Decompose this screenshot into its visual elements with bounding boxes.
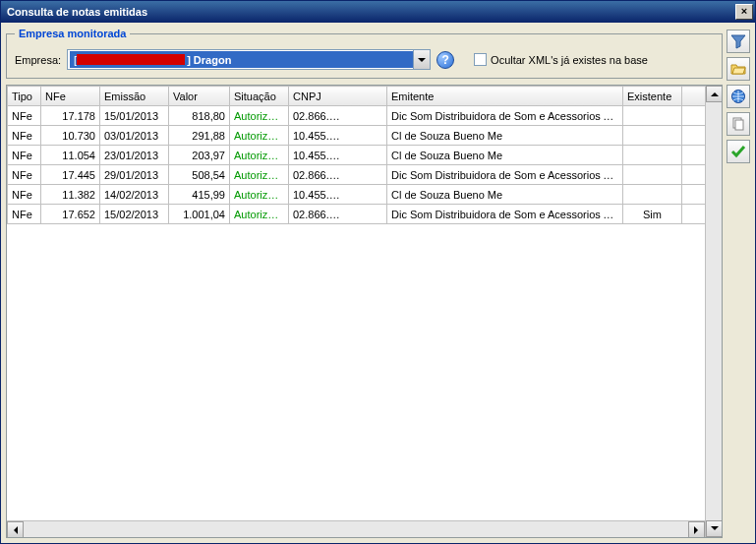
cell-valor: 415,99	[169, 185, 230, 205]
copy-button[interactable]	[727, 112, 750, 136]
cell-emitente: Cl de Souza Bueno Me	[387, 185, 623, 205]
cell-existente	[623, 185, 682, 205]
table-row[interactable]: NFe17.65215/02/20131.001,04Autorizada02.…	[8, 205, 722, 224]
col-tipo[interactable]: Tipo	[8, 87, 41, 106]
redacted-icon	[77, 54, 185, 65]
cell-nfe: 11.054	[41, 146, 100, 165]
checkbox-box-icon	[474, 53, 487, 66]
open-folder-button[interactable]	[727, 57, 750, 81]
col-valor[interactable]: Valor	[169, 87, 230, 106]
window-title: Consulta de notas emitidas	[7, 6, 147, 18]
cell-valor: 291,88	[169, 126, 230, 146]
results-table-container: Tipo NFe Emissão Valor Situação CNPJ Emi…	[6, 85, 723, 538]
cell-valor: 1.001,04	[169, 205, 230, 224]
cell-valor: 203,97	[169, 146, 230, 165]
cell-existente	[623, 126, 682, 146]
cell-emissao: 15/01/2013	[100, 106, 169, 126]
scroll-left-icon[interactable]	[7, 521, 24, 538]
horizontal-scrollbar[interactable]	[7, 520, 705, 537]
cell-situacao: Autorizada	[230, 185, 289, 205]
globe-button[interactable]	[727, 85, 750, 108]
cell-situacao: Autorizada	[230, 146, 289, 165]
cell-tipo: NFe	[8, 126, 41, 146]
cell-cnpj: 10.455.	[289, 185, 387, 205]
cell-emissao: 14/02/2013	[100, 185, 169, 205]
cell-emitente: Cl de Souza Bueno Me	[387, 126, 623, 146]
col-emitente[interactable]: Emitente	[387, 87, 623, 106]
funnel-icon	[730, 33, 746, 49]
cell-cnpj: 02.866.	[289, 165, 387, 185]
scroll-up-icon[interactable]	[706, 86, 723, 102]
cell-nfe: 11.382	[41, 185, 100, 205]
folder-open-icon	[730, 61, 746, 77]
redacted-icon	[329, 113, 386, 121]
copy-icon	[730, 116, 746, 132]
redacted-icon	[329, 133, 386, 141]
scroll-right-icon[interactable]	[688, 521, 705, 538]
cell-emissao: 23/01/2013	[100, 146, 169, 165]
group-legend: Empresa monitorada	[15, 28, 130, 39]
cell-nfe: 17.178	[41, 106, 100, 126]
cell-tipo: NFe	[8, 185, 41, 205]
cell-valor: 818,80	[169, 106, 230, 126]
cell-cnpj: 02.866.	[289, 205, 387, 224]
cell-situacao: Autorizada	[230, 205, 289, 224]
cell-tipo: NFe	[8, 106, 41, 126]
table-row[interactable]: NFe10.73003/01/2013291,88Autorizada10.45…	[8, 126, 722, 146]
cell-tipo: NFe	[8, 146, 41, 165]
redacted-icon	[329, 172, 386, 180]
empresa-label: Empresa:	[15, 54, 61, 66]
titlebar: Consulta de notas emitidas ×	[1, 1, 755, 23]
cell-emitente: Dic Som Distribuidora de Som e Acessorio…	[387, 205, 623, 224]
cell-cnpj: 02.866.	[289, 106, 387, 126]
table-row[interactable]: NFe11.05423/01/2013203,97Autorizada10.45…	[8, 146, 722, 165]
cell-cnpj: 10.455.	[289, 126, 387, 146]
cell-situacao: Autorizada	[230, 106, 289, 126]
cell-nfe: 17.445	[41, 165, 100, 185]
col-situacao[interactable]: Situação	[230, 87, 289, 106]
col-emissao[interactable]: Emissão	[100, 87, 169, 106]
cell-situacao: Autorizada	[230, 165, 289, 185]
chevron-down-icon[interactable]	[413, 50, 430, 69]
ocultar-label: Ocultar XML's já existes na base	[491, 54, 648, 66]
ocultar-checkbox[interactable]: Ocultar XML's já existes na base	[474, 53, 648, 66]
cell-nfe: 10.730	[41, 126, 100, 146]
scroll-down-icon[interactable]	[706, 520, 723, 537]
col-cnpj[interactable]: CNPJ	[289, 87, 387, 106]
cell-tipo: NFe	[8, 205, 41, 224]
cell-tipo: NFe	[8, 165, 41, 185]
table-row[interactable]: NFe17.44529/01/2013508,54Autorizada02.86…	[8, 165, 722, 185]
filter-button[interactable]	[727, 30, 750, 53]
empresa-combobox[interactable]: [ ] Dragon	[67, 49, 431, 70]
col-nfe[interactable]: NFe	[41, 87, 100, 106]
redacted-icon	[329, 152, 386, 160]
table-header-row: Tipo NFe Emissão Valor Situação CNPJ Emi…	[8, 87, 722, 106]
close-button[interactable]: ×	[735, 4, 753, 20]
cell-existente	[623, 146, 682, 165]
vertical-scrollbar[interactable]	[705, 86, 722, 537]
redacted-icon	[329, 212, 386, 219]
col-existente[interactable]: Existente	[623, 87, 682, 106]
side-toolbar	[723, 28, 750, 538]
globe-icon	[730, 89, 746, 104]
table-row[interactable]: NFe11.38214/02/2013415,99Autorizada10.45…	[8, 185, 722, 205]
confirm-button[interactable]	[727, 140, 750, 163]
cell-emissao: 15/02/2013	[100, 205, 169, 224]
cell-existente: Sim	[623, 205, 682, 224]
cell-cnpj: 10.455.	[289, 146, 387, 165]
redacted-icon	[329, 192, 386, 200]
check-icon	[730, 144, 746, 159]
table-row[interactable]: NFe17.17815/01/2013818,80Autorizada02.86…	[8, 106, 722, 126]
cell-situacao: Autorizada	[230, 126, 289, 146]
help-icon[interactable]: ?	[436, 51, 454, 69]
cell-valor: 508,54	[169, 165, 230, 185]
empresa-suffix: ] Dragon	[187, 54, 231, 66]
cell-nfe: 17.652	[41, 205, 100, 224]
cell-existente	[623, 106, 682, 126]
cell-emitente: Dic Som Distribuidora de Som e Acessorio…	[387, 165, 623, 185]
cell-emitente: Cl de Souza Bueno Me	[387, 146, 623, 165]
empresa-group: Empresa monitorada Empresa: [ ] Dragon ?…	[6, 28, 723, 79]
cell-emissao: 29/01/2013	[100, 165, 169, 185]
svg-rect-2	[735, 120, 743, 130]
cell-existente	[623, 165, 682, 185]
